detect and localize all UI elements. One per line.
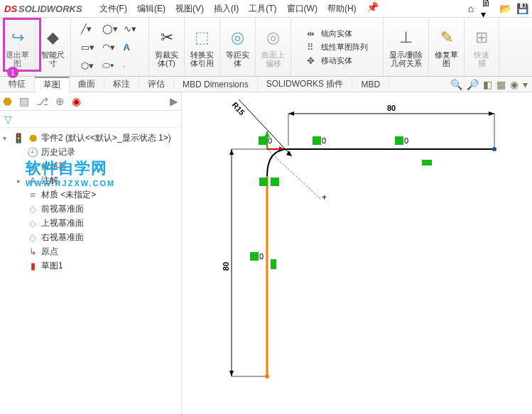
- svg-text:0: 0: [322, 136, 326, 145]
- line-tool[interactable]: ╱▾: [81, 21, 97, 36]
- content-area: ⬣ ▤ ⎇ ⊕ ◉ ▶ ▽ ▾🚦 ⬣ 零件2 (默认<<默认>_显示状态 1>)…: [0, 92, 532, 414]
- config-tab[interactable]: ⎇: [36, 95, 48, 108]
- sketch-tools-group: ╱▾ ◯▾ ∿▾ ▭▾ ◠▾ A ⬡▾ ⬭▾ ·: [71, 18, 149, 76]
- dim-tab[interactable]: ⊕: [55, 95, 65, 108]
- filter-row: ▽: [0, 111, 181, 128]
- display-style-icon[interactable]: ▦: [496, 79, 506, 90]
- smart-dimension-icon: ◆: [42, 26, 65, 49]
- tab-mbd-dimensions[interactable]: MBD Dimensions: [174, 77, 258, 92]
- svg-text:80: 80: [387, 104, 396, 112]
- tree-sketch1[interactable]: ▮草图1: [1, 258, 180, 273]
- section-icon[interactable]: ◧: [483, 79, 492, 90]
- svg-text:0: 0: [268, 136, 272, 145]
- trim-button[interactable]: ✂ 剪裁实 体(T): [149, 18, 185, 76]
- menu-file[interactable]: 文件(F): [95, 1, 131, 16]
- relations-icon: ⊥: [395, 26, 418, 49]
- zoom-area-icon[interactable]: 🔎: [467, 79, 479, 90]
- filter-icon[interactable]: ▽: [4, 114, 12, 125]
- svg-text:80: 80: [222, 262, 230, 271]
- menu-view[interactable]: 视图(V): [171, 1, 208, 16]
- svg-text:+: +: [322, 192, 327, 202]
- polygon-tool[interactable]: ⬡▾: [81, 58, 97, 73]
- scissors-icon: ✂: [156, 26, 178, 49]
- tab-mbd[interactable]: MBD: [352, 77, 389, 92]
- repair-icon: ✎: [435, 26, 458, 49]
- tree-origin[interactable]: ↳原点: [1, 244, 180, 258]
- panel-expand-icon[interactable]: ▶: [170, 95, 178, 108]
- menu-window[interactable]: 窗口(W): [283, 1, 322, 16]
- menu-insert[interactable]: 插入(I): [210, 1, 243, 16]
- text-tool[interactable]: A: [124, 39, 139, 55]
- point-tool[interactable]: ·: [124, 58, 139, 73]
- quick-snap-button: ⊞ 快速 捕: [465, 18, 499, 76]
- sketch-fillet-arc: [267, 149, 288, 176]
- feature-tabstrip: 特征 草图 曲面 标注 评估 MBD Dimensions SOLIDWORKS…: [0, 77, 532, 92]
- show-relations-button[interactable]: ⊥ 显示/删除 几何关系: [384, 18, 429, 76]
- pin-icon[interactable]: 📌: [367, 1, 379, 16]
- svg-point-21: [265, 374, 269, 378]
- menu-help[interactable]: 帮助(H): [323, 1, 361, 16]
- move-entities-button[interactable]: ✥移动实体: [307, 55, 368, 66]
- svg-text:0: 0: [404, 136, 408, 145]
- svg-rect-26: [395, 136, 403, 145]
- svg-marker-11: [229, 371, 234, 376]
- tab-evaluate[interactable]: 评估: [139, 77, 174, 92]
- tab-annotate[interactable]: 标注: [104, 77, 139, 92]
- ribbon: ↪ 退出草 图 ◆ 智能尺 寸 ╱▾ ◯▾ ∿▾ ▭▾ ◠▾ A ⬡▾ ⬭▾ ·…: [0, 17, 532, 77]
- property-tab[interactable]: ▤: [19, 95, 29, 108]
- tree-history[interactable]: 🕘历史记录: [1, 145, 180, 159]
- tree-root[interactable]: ▾🚦 ⬣ 零件2 (默认<<默认>_显示状态 1>): [1, 131, 180, 145]
- slot-tool[interactable]: ⬭▾: [102, 58, 118, 73]
- convert-entities-button[interactable]: ⬚ 转换实 体引用: [185, 18, 220, 76]
- zoom-icon[interactable]: 🔍: [450, 79, 462, 90]
- offset-entities-button[interactable]: ◎ 等距实 体: [220, 18, 256, 76]
- svg-rect-30: [271, 178, 279, 186]
- sketch-drawing: 80 R15 80: [182, 92, 532, 414]
- svg-text:R15: R15: [231, 100, 246, 116]
- logo-text: SOLIDWORKS: [18, 4, 82, 14]
- open-icon[interactable]: 📂: [498, 1, 512, 16]
- transform-group: ⇹镜向实体 ⠿线性草图阵列 ✥移动实体: [291, 18, 384, 76]
- repair-sketch-button[interactable]: ✎ 修复草 图: [429, 18, 465, 76]
- graphics-area[interactable]: 80 R15 80: [182, 92, 532, 414]
- menu-tools[interactable]: 工具(T): [244, 1, 281, 16]
- mirror-button[interactable]: ⇹镜向实体: [307, 28, 368, 39]
- home-icon[interactable]: ⌂: [464, 1, 478, 16]
- svg-rect-24: [313, 136, 321, 145]
- tutorial-highlight: [3, 18, 41, 72]
- tree-top-plane[interactable]: ◇上视基准面: [1, 216, 180, 230]
- menu-bar: 文件(F) 编辑(E) 视图(V) 插入(I) 工具(T) 窗口(W) 帮助(H…: [95, 1, 379, 16]
- svg-rect-29: [259, 178, 268, 186]
- tree-material[interactable]: ≡材质 <未指定>: [1, 187, 180, 202]
- tab-sketch[interactable]: 草图: [35, 77, 70, 92]
- svg-marker-10: [229, 149, 234, 155]
- tab-surface[interactable]: 曲面: [70, 77, 104, 92]
- arc-tool[interactable]: ◠▾: [102, 39, 118, 55]
- pointer-guide: [267, 149, 320, 199]
- rect-tool[interactable]: ▭▾: [81, 39, 97, 55]
- circle-tool[interactable]: ◯▾: [102, 21, 118, 36]
- save-icon[interactable]: 💾: [515, 1, 529, 16]
- surface-offset-icon: ◎: [262, 26, 285, 49]
- linear-pattern-button[interactable]: ⠿线性草图阵列: [307, 42, 368, 53]
- panel-tabs: ⬣ ▤ ⎇ ⊕ ◉ ▶: [0, 92, 181, 111]
- traffic-light-icon: 🚦: [13, 133, 24, 143]
- offset-icon: ◎: [227, 26, 249, 49]
- spline-tool[interactable]: ∿▾: [124, 21, 139, 36]
- appearance-tab[interactable]: ◉: [72, 95, 81, 108]
- svg-rect-28: [422, 160, 432, 165]
- fm-tree-tab[interactable]: ⬣: [3, 95, 12, 108]
- tree-right-plane[interactable]: ◇右视基准面: [1, 230, 180, 244]
- svg-line-6: [239, 99, 292, 156]
- appearance-icon[interactable]: ◉: [510, 79, 519, 90]
- logo-ds: DS: [4, 4, 17, 14]
- convert-icon: ⬚: [191, 26, 214, 49]
- new-doc-icon[interactable]: 🗎▾: [481, 1, 495, 16]
- feature-manager-panel: ⬣ ▤ ⎇ ⊕ ◉ ▶ ▽ ▾🚦 ⬣ 零件2 (默认<<默认>_显示状态 1>)…: [0, 92, 182, 414]
- scene-icon[interactable]: ▾: [523, 79, 528, 90]
- view-tools: 🔍 🔎 ◧ ▦ ◉ ▾: [450, 79, 528, 90]
- tab-sw-addins[interactable]: SOLIDWORKS 插件: [258, 77, 353, 92]
- tree-front-plane[interactable]: ◇前视基准面: [1, 202, 180, 216]
- tab-features[interactable]: 特征: [0, 77, 35, 92]
- menu-edit[interactable]: 编辑(E): [133, 1, 170, 16]
